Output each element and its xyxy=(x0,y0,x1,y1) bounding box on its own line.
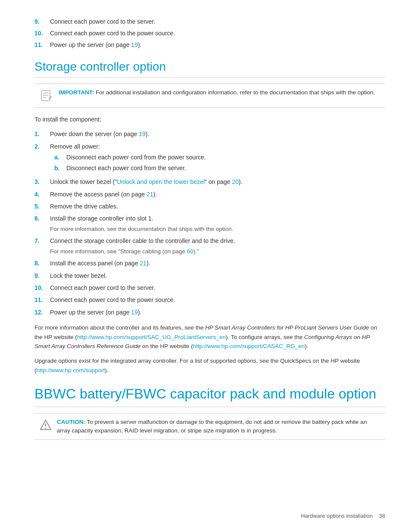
top-step-11: 11. Power up the server (on page 19). xyxy=(34,40,385,50)
page-footer: Hardware options installation 38 xyxy=(301,513,385,519)
step-10: 10. Connect each power cord to the serve… xyxy=(34,283,385,292)
step-content: Install the storage controller into slot… xyxy=(50,214,385,233)
hp-link2[interactable]: http://www.hp.com/support/CASAC_RG_en xyxy=(193,343,305,349)
step-content: Connect each power cord to the power sou… xyxy=(50,295,385,305)
step-number: 4. xyxy=(34,190,50,199)
step-content: Lock the tower bezel. xyxy=(50,271,385,280)
important-icon xyxy=(40,89,53,103)
section1-title: Storage controller option xyxy=(34,60,385,74)
important-note-text: IMPORTANT: For additional installation a… xyxy=(59,88,375,97)
step-content: Remove the drive cables. xyxy=(50,202,385,211)
caution-label: CAUTION: xyxy=(57,419,85,425)
step-number: 9. xyxy=(34,271,50,280)
step-4: 4. Remove the access panel (on page 21). xyxy=(34,190,385,199)
top-steps-list: 9. Connect each power cord to the server… xyxy=(34,17,385,50)
section1-para1: For more information about the controlle… xyxy=(34,323,385,351)
step-number: 10. xyxy=(34,283,50,292)
important-note-box: IMPORTANT: For additional installation a… xyxy=(34,84,385,108)
section2-divider xyxy=(34,407,385,407)
step-number: 6. xyxy=(34,214,50,233)
step-sub-note: For more information, see the documentat… xyxy=(50,224,385,234)
top-step-9: 9. Connect each power cord to the server… xyxy=(34,17,385,26)
step-1: 1. Power down the server (on page 19). xyxy=(34,129,385,139)
page-link[interactable]: 21 xyxy=(146,191,153,198)
step-9: 9. Lock the tower bezel. xyxy=(34,271,385,280)
section1-intro: To install the component: xyxy=(34,115,385,124)
step-number: 10. xyxy=(34,29,50,38)
sub-step-b: b. Disconnect each power cord from the s… xyxy=(54,164,385,173)
page-number: 38 xyxy=(379,513,385,519)
sub-step-letter: b. xyxy=(54,164,66,173)
sub-step-a: a. Disconnect each power cord from the p… xyxy=(54,153,385,162)
section1-divider xyxy=(34,77,385,78)
step-number: 11. xyxy=(34,40,50,50)
step-content: Remove all power: a. Disconnect each pow… xyxy=(50,142,385,174)
step-content: Power down the server (on page 19). xyxy=(50,129,385,139)
caution-icon xyxy=(40,419,52,431)
step-2: 2. Remove all power: a. Disconnect each … xyxy=(34,142,385,174)
step-text: Connect each power cord to the server. xyxy=(50,17,155,26)
bezel-link[interactable]: Unlock and open the tower bezel xyxy=(117,178,205,185)
step-number: 3. xyxy=(34,177,50,187)
important-body: For additional installation and configur… xyxy=(96,89,375,96)
hp-link1[interactable]: http://www.hp.com/support/SAC_UG_ProLian… xyxy=(77,334,226,340)
step-3: 3. Unlock the tower bezel ("Unlock and o… xyxy=(34,177,385,187)
step-7: 7. Connect the storage controller cable … xyxy=(34,236,385,256)
step-number: 9. xyxy=(34,17,50,26)
step-number: 1. xyxy=(34,129,50,139)
page-link[interactable]: 20 xyxy=(232,178,239,185)
step-content: Unlock the tower bezel ("Unlock and open… xyxy=(50,177,385,187)
step-number: 7. xyxy=(34,236,50,256)
step-sub-note: For more information, see "Storage cabli… xyxy=(50,247,385,256)
italic-title1: HP Smart Array Controllers for HP ProLia… xyxy=(205,324,369,331)
step-number: 12. xyxy=(34,308,50,317)
important-label: IMPORTANT: xyxy=(59,89,94,96)
step-content: Connect each power cord to the server. xyxy=(50,283,385,292)
step-content: Power up the server (on page 19). xyxy=(50,308,385,317)
sub-step-text: Disconnect each power cord from the powe… xyxy=(66,153,206,162)
step-11: 11. Connect each power cord to the power… xyxy=(34,295,385,305)
section1-para2: Upgrade options exist for the integrated… xyxy=(34,356,385,375)
section2-title: BBWC battery/FBWC capacitor pack and mod… xyxy=(34,385,385,403)
step-content: Install the access panel (on page 21). xyxy=(50,258,385,268)
page-link[interactable]: 19 xyxy=(131,309,138,316)
top-step-10: 10. Connect each power cord to the power… xyxy=(34,29,385,38)
section1-steps-list: 1. Power down the server (on page 19). 2… xyxy=(34,129,385,317)
step-12: 12. Power up the server (on page 19). xyxy=(34,308,385,317)
step-number: 8. xyxy=(34,258,50,268)
sub-list: a. Disconnect each power cord from the p… xyxy=(54,153,385,173)
step-8: 8. Install the access panel (on page 21)… xyxy=(34,258,385,268)
step-text: Connect each power cord to the power sou… xyxy=(50,29,175,38)
footer-text: Hardware options installation xyxy=(301,513,373,519)
sub-step-letter: a. xyxy=(54,153,66,162)
svg-point-6 xyxy=(45,427,46,428)
step-number: 11. xyxy=(34,295,50,305)
caution-note-text: CAUTION: To prevent a server malfunction… xyxy=(57,418,380,436)
step-text: Power up the server (on page 19). xyxy=(50,40,141,50)
step-content: Remove the access panel (on page 21). xyxy=(50,190,385,199)
step-5: 5. Remove the drive cables. xyxy=(34,202,385,211)
step-content: Connect the storage controller cable to … xyxy=(50,236,385,256)
page-link[interactable]: 21 xyxy=(140,260,147,267)
step-number: 2. xyxy=(34,142,50,174)
step-6: 6. Install the storage controller into s… xyxy=(34,214,385,233)
caution-body: To prevent a server malfunction or damag… xyxy=(57,419,367,434)
page-link[interactable]: 19 xyxy=(139,131,146,137)
hp-link3[interactable]: http://www.hp.com/support xyxy=(37,367,105,373)
step-number: 5. xyxy=(34,202,50,211)
sub-step-text: Disconnect each power cord from the serv… xyxy=(66,164,186,173)
page-link[interactable]: 60 xyxy=(187,248,193,255)
page-link[interactable]: 19 xyxy=(131,41,138,48)
caution-box: CAUTION: To prevent a server malfunction… xyxy=(34,413,385,440)
